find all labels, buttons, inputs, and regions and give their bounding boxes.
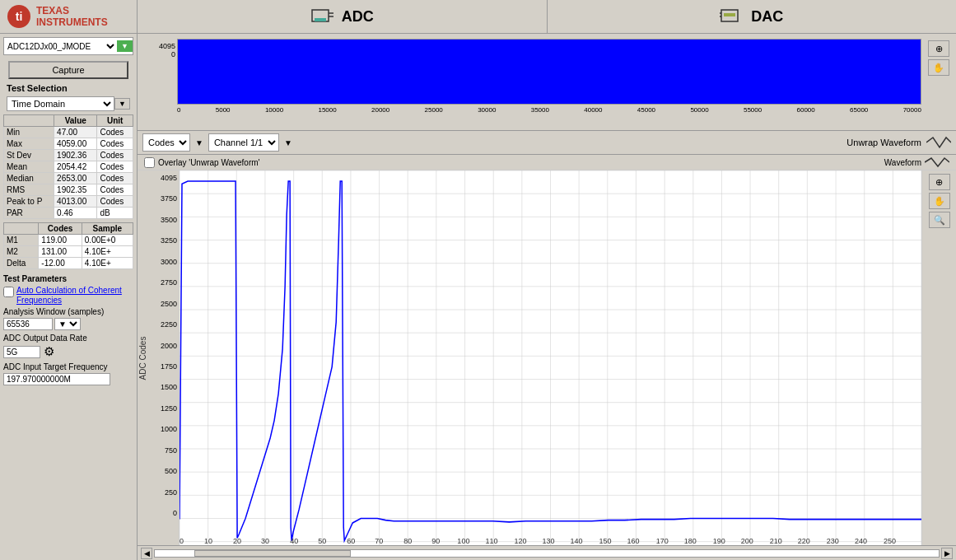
test-selection-label: Test Selection — [7, 83, 130, 93]
chart-svg-area: 0 10 20 30 40 50 60 70 80 90 100 110 120… — [179, 170, 921, 545]
stats-row-label: PAR — [4, 208, 54, 219]
stats-row-value: 4059.00 — [54, 138, 97, 150]
marker-row-sample: 4.10E+ — [82, 246, 133, 258]
stats-row-value: 1902.36 — [54, 150, 97, 161]
capture-button[interactable]: Capture — [8, 61, 128, 79]
adc-input-row — [3, 373, 133, 385]
overview-pan-tool[interactable]: ✋ — [928, 59, 949, 76]
test-selection-dropdown[interactable]: Time Domain ▼ — [7, 96, 130, 111]
codes-select[interactable]: Codes — [142, 133, 190, 152]
svg-text:180: 180 — [684, 537, 697, 545]
marker-row-codes: 119.00 — [39, 235, 82, 246]
svg-text:50: 50 — [318, 537, 326, 545]
svg-text:210: 210 — [770, 537, 782, 545]
overview-canvas — [177, 39, 921, 105]
unwrap-wave-icon — [926, 136, 951, 149]
auto-calc-label: Auto Calculation of Coherent Frequencies — [16, 286, 133, 306]
chart-cursor-tool[interactable]: ⊕ — [929, 174, 950, 190]
analysis-window-row: ▼ — [3, 318, 133, 330]
marker-tbody: M1 119.00 0.00E+0 M2 131.00 4.10E+ Delta… — [4, 235, 133, 269]
auto-calc-checkbox[interactable] — [3, 287, 14, 297]
overview-yaxis: 4095 0 — [138, 37, 177, 75]
unwrap-label: Unwrap Waveform — [846, 138, 921, 147]
svg-text:0: 0 — [180, 537, 184, 545]
dac-icon — [720, 7, 744, 27]
ti-logo-text: TEXAS INSTRUMENTS — [36, 5, 108, 28]
marker-col-sample: Sample — [82, 223, 133, 235]
scroll-left-btn[interactable]: ◀ — [141, 548, 152, 559]
svg-rect-3 — [315, 18, 326, 21]
dac-tab[interactable]: DAC — [548, 0, 957, 33]
chart-yaxis: 4095 3750 3500 3250 3000 2750 2500 2250 … — [138, 170, 179, 545]
svg-text:170: 170 — [656, 537, 669, 545]
right-panel: 4095 0 0 5000 10000 15000 20000 25000 30… — [138, 34, 956, 560]
svg-text:40: 40 — [290, 537, 298, 545]
marker-row-label: M2 — [4, 246, 39, 258]
scrollbar-area[interactable]: ◀ ▶ — [138, 545, 956, 560]
stats-row-value: 47.00 — [54, 127, 97, 138]
test-selection-arrow[interactable]: ▼ — [114, 98, 130, 110]
stats-col-value: Value — [54, 115, 97, 127]
adc-output-input[interactable] — [3, 346, 40, 358]
marker-col-codes: Codes — [39, 223, 82, 235]
stats-row-value: 2054.42 — [54, 161, 97, 173]
svg-text:200: 200 — [741, 537, 753, 545]
stats-row-unit: Codes — [97, 127, 133, 138]
gear-icon[interactable]: ⚙ — [44, 344, 54, 359]
svg-text:160: 160 — [627, 537, 640, 545]
left-panel: ADC12DJx00_JMODE ▼ Capture Test Selectio… — [0, 34, 138, 560]
stats-row-label: Median — [4, 173, 54, 184]
analysis-window-select[interactable]: ▼ — [54, 318, 81, 330]
stats-row-label: Peak to P — [4, 196, 54, 208]
adc-input-input[interactable] — [3, 373, 110, 385]
header: ti TEXAS INSTRUMENTS ADC DAC — [0, 0, 956, 34]
overview-y-top: 4095 — [159, 42, 175, 50]
stats-row-unit: Codes — [97, 138, 133, 150]
chart-container: 4095 3750 3500 3250 3000 2750 2500 2250 … — [138, 170, 956, 545]
channel-select[interactable]: Channel 1/1 — [208, 133, 279, 152]
marker-row-codes: -12.00 — [39, 258, 82, 269]
overview-y-bottom: 0 — [171, 50, 175, 58]
svg-text:30: 30 — [261, 537, 269, 545]
marker-row-sample: 0.00E+0 — [82, 235, 133, 246]
chart-tools: ⊕ ✋ 🔍 — [921, 170, 956, 545]
waveform-label: Waveform — [884, 158, 921, 167]
analysis-window-input[interactable] — [3, 318, 53, 330]
stats-row-label: RMS — [4, 184, 54, 196]
device-select[interactable]: ADC12DJx00_JMODE ▼ — [3, 37, 133, 55]
main-chart-svg: 0 10 20 30 40 50 60 70 80 90 100 110 120… — [180, 170, 921, 545]
svg-text:130: 130 — [542, 537, 554, 545]
overview-content: 0 5000 10000 15000 20000 25000 30000 350… — [177, 37, 921, 114]
auto-calc-row: Auto Calculation of Coherent Frequencies — [3, 286, 133, 306]
waveform-icon — [925, 156, 949, 168]
svg-text:220: 220 — [798, 537, 810, 545]
test-selection-select[interactable]: Time Domain — [7, 96, 114, 111]
adc-tab[interactable]: ADC — [138, 0, 548, 33]
scrollbar-thumb[interactable] — [194, 550, 351, 557]
stats-row-label: St Dev — [4, 150, 54, 161]
scrollbar-track[interactable] — [154, 549, 940, 558]
svg-text:100: 100 — [457, 537, 469, 545]
chart-pan-tool[interactable]: ✋ — [929, 193, 950, 209]
overlay-checkbox[interactable] — [144, 157, 155, 168]
controls-bar: Codes ▼ Channel 1/1 ▼ Unwrap Waveform — [138, 131, 956, 155]
marker-col-label — [4, 223, 39, 235]
svg-text:150: 150 — [599, 537, 612, 545]
device-dropdown-arrow[interactable]: ▼ — [117, 40, 133, 52]
stats-table: Value Unit Min 47.00 Codes Max 4059.00 C… — [3, 114, 133, 219]
adc-icon — [310, 7, 335, 27]
svg-text:ti: ti — [16, 10, 23, 23]
device-dropdown[interactable]: ADC12DJx00_JMODE — [4, 41, 117, 52]
svg-text:190: 190 — [713, 537, 725, 545]
stats-row-value: 2653.00 — [54, 173, 97, 184]
chart-zoom-tool[interactable]: 🔍 — [929, 212, 950, 228]
stats-col-unit: Unit — [97, 115, 133, 127]
stats-row-unit: Codes — [97, 173, 133, 184]
marker-row-label: M1 — [4, 235, 39, 246]
svg-text:240: 240 — [855, 537, 867, 545]
overview-cursor-tool[interactable]: ⊕ — [928, 40, 949, 57]
codes-dropdown-icon: ▼ — [195, 138, 203, 147]
stats-section: Value Unit Min 47.00 Codes Max 4059.00 C… — [3, 114, 133, 219]
svg-text:110: 110 — [485, 537, 497, 545]
scroll-right-btn[interactable]: ▶ — [941, 548, 953, 559]
